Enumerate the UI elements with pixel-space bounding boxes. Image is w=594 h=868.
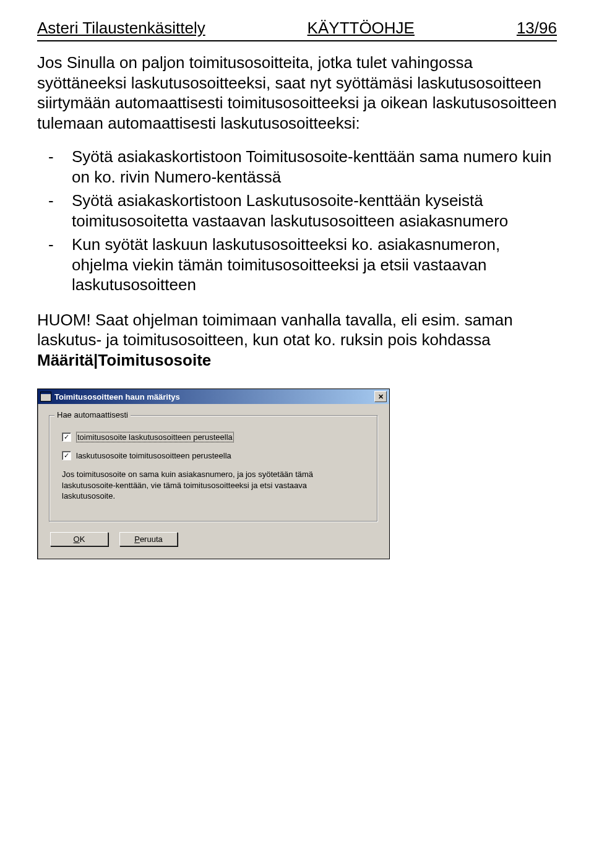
dialog-title: Toimitusosoitteen haun määritys [54,392,180,402]
groupbox-auto-search: Hae automaattisesti toimitusosoite lasku… [49,415,378,522]
checkbox-row-2: laskutusosoite toimitusosoitteen peruste… [62,451,369,460]
checkbox-toimitusosoite[interactable] [62,432,71,442]
header-left: Asteri Tilaustenkäsittely [37,19,205,38]
cancel-button[interactable]: Peruuta [119,532,178,546]
checkbox-label-1: toimitusosoite laskutusosoitteen peruste… [76,432,234,442]
page-header: Asteri Tilaustenkäsittely KÄYTTÖOHJE 13/… [37,19,557,41]
checkbox-laskutusosoite[interactable] [62,451,71,460]
checkbox-row-1: toimitusosoite laskutusosoitteen peruste… [62,432,369,442]
list-item: Kun syötät laskuun laskutusosoitteeksi k… [37,234,557,295]
list-item: Syötä asiakaskortistoon Toimitusosoite-k… [37,147,557,187]
dialog-body: Hae automaattisesti toimitusosoite lasku… [38,404,389,559]
note-paragraph: HUOM! Saat ohjelman toimimaan vanhalla t… [37,310,557,371]
dialog-screenshot: Toimitusosoitteen haun määritys ✕ Hae au… [37,389,390,559]
intro-paragraph: Jos Sinulla on paljon toimitusosoitteita… [37,53,557,133]
close-button[interactable]: ✕ [374,391,387,402]
checkbox-label-2: laskutusosoite toimitusosoitteen peruste… [76,451,231,460]
header-page-number: 13/96 [517,19,557,38]
note-text: HUOM! Saat ohjelman toimimaan vanhalla t… [37,311,513,350]
ok-button[interactable]: OK [50,532,108,546]
header-center: KÄYTTÖOHJE [308,19,415,38]
group-info-text: Jos toimitusosoite on sama kuin asiakasn… [62,469,342,502]
list-item: Syötä asiakaskortistoon Laskutusosoite-k… [37,191,557,231]
dialog-titlebar: Toimitusosoitteen haun määritys ✕ [38,389,389,404]
button-row: OK Peruuta [50,532,378,546]
titlebar-left: Toimitusosoitteen haun määritys [40,392,180,402]
groupbox-title: Hae automaattisesti [54,410,131,419]
window-icon [40,392,51,402]
dialog-window: Toimitusosoitteen haun määritys ✕ Hae au… [37,389,390,559]
note-bold: Määritä|Toimitusosoite [37,351,211,369]
bullet-list: Syötä asiakaskortistoon Toimitusosoite-k… [37,147,557,295]
